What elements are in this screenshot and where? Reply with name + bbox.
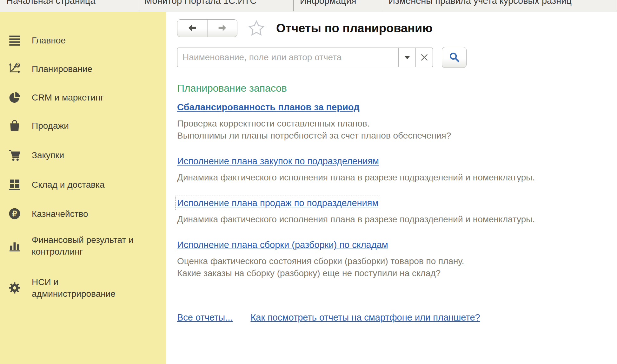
tab-currency-rules-news[interactable]: Изменены правила учета курсовых разниц (382, 0, 617, 11)
report-entry-assembly-plan-execution: Исполнение плана сборки (разборки) по ск… (177, 239, 617, 279)
report-link-balance-of-plans[interactable]: Сбалансированность планов за период (177, 102, 360, 113)
bar-chart-icon (8, 239, 21, 252)
sections-sidebar: Главное₽ПланированиеCRM и маркетингПрода… (0, 12, 166, 364)
header-row: Отчеты по планированию (177, 19, 617, 37)
x-mark-icon (421, 54, 428, 61)
menu-icon (8, 34, 21, 47)
report-entry-purchase-plan-execution: Исполнение плана закупок по подразделени… (177, 156, 617, 184)
sidebar-item-label: CRM и маркетинг (32, 92, 104, 103)
all-reports-link[interactable]: Все отчеты... (177, 312, 233, 323)
svg-text:₽: ₽ (12, 210, 17, 218)
sidebar-item-label: Склад и доставка (32, 179, 105, 191)
tab-label: Изменены правила учета курсовых разниц (388, 0, 572, 6)
arrow-left-icon (187, 23, 198, 34)
sidebar-item-planning[interactable]: ₽Планирование (8, 62, 157, 75)
sidebar-item-sales[interactable]: Продажи (8, 119, 157, 132)
tab-its-portal-monitor[interactable]: Монитор Портала 1С:ИТС (138, 0, 294, 11)
report-description-line: Динамика фактического исполнения плана в… (177, 172, 606, 184)
sidebar-item-label: НСИ и администрирование (32, 276, 138, 300)
sidebar-item-label: Финансовый результат и контроллинг (32, 234, 138, 257)
forward-button[interactable] (208, 20, 237, 37)
report-description-line: Какие заказы на сборку (разборку) еще не… (177, 267, 606, 279)
sidebar-item-main[interactable]: Главное (8, 34, 157, 47)
tab-label: Начальная страница (6, 0, 96, 6)
back-button[interactable] (177, 20, 208, 37)
section-title: Планирование запасов (177, 82, 617, 94)
sidebar-item-label: Продажи (32, 120, 69, 132)
cart-icon (8, 149, 21, 161)
sidebar-item-financial-result[interactable]: Финансовый результат и контроллинг (8, 234, 157, 257)
sidebar-item-crm-marketing[interactable]: CRM и маркетинг (8, 91, 157, 104)
svg-text:₽: ₽ (16, 63, 19, 68)
tab-information[interactable]: Информация (294, 0, 382, 11)
search-dropdown-button[interactable] (398, 48, 415, 67)
report-description-line: Оценка фактического состояния сборки (ра… (177, 255, 606, 267)
tab-label: Информация (300, 0, 356, 6)
tab-home-page[interactable]: Начальная страница (0, 0, 138, 11)
history-nav-group (177, 19, 237, 37)
magnifier-icon (448, 51, 460, 64)
sidebar-item-label: Казначейство (32, 208, 88, 220)
report-entry-balance-of-plans: Сбалансированность планов за периодПрове… (177, 102, 617, 142)
favorite-star-icon[interactable] (247, 19, 266, 38)
reports-list: Сбалансированность планов за периодПрове… (177, 102, 617, 279)
report-description-line: Динамика фактического исполнения плана в… (177, 213, 606, 225)
search-row (177, 48, 617, 67)
sidebar-item-label: Закупки (32, 149, 64, 161)
report-description: Проверка корректности составленных плано… (177, 118, 606, 142)
footer-links: Все отчеты... Как посмотреть отчеты на с… (177, 312, 617, 323)
search-input[interactable] (177, 48, 398, 67)
sidebar-item-warehouse-delivery[interactable]: Склад и доставка (8, 178, 157, 191)
report-description: Динамика фактического исполнения плана в… (177, 213, 606, 225)
shopping-bag-icon (8, 119, 21, 132)
sidebar-item-purchases[interactable]: Закупки (8, 149, 157, 161)
planning-chart-icon: ₽ (8, 62, 21, 75)
report-link-assembly-plan-execution[interactable]: Исполнение плана сборки (разборки) по ск… (177, 239, 388, 250)
caret-down-icon (404, 56, 410, 59)
report-entry-sales-plan-execution: Исполнение плана продаж по подразделения… (177, 198, 617, 225)
search-button[interactable] (442, 47, 467, 68)
main-panel: Отчеты по планированию Планирование запа… (167, 12, 617, 364)
report-description: Динамика фактического исполнения плана в… (177, 172, 606, 184)
pie-chart-icon (8, 91, 21, 104)
page-title: Отчеты по планированию (276, 22, 433, 35)
report-description-line: Проверка корректности составленных плано… (177, 118, 606, 130)
tab-bar: Начальная страницаМонитор Портала 1С:ИТС… (0, 0, 617, 11)
sidebar-item-nsi-administration[interactable]: НСИ и администрирование (8, 276, 157, 300)
tab-label: Монитор Портала 1С:ИТС (144, 0, 256, 6)
gear-icon (8, 282, 21, 294)
report-description-line: Выполнимы ли планы потребностей за счет … (177, 130, 606, 142)
mobile-help-link[interactable]: Как посмотреть отчеты на смартфоне или п… (250, 312, 480, 323)
ruble-coin-icon: ₽ (8, 207, 21, 220)
sidebar-item-label: Планирование (32, 63, 92, 75)
sidebar-item-treasury[interactable]: ₽Казначейство (8, 207, 157, 220)
search-clear-button[interactable] (415, 48, 433, 67)
app-window: Начальная страницаМонитор Портала 1С:ИТС… (0, 0, 617, 364)
sidebar-item-label: Главное (32, 35, 66, 46)
report-link-purchase-plan-execution[interactable]: Исполнение плана закупок по подразделени… (177, 156, 379, 166)
report-search-box (177, 48, 433, 67)
report-link-sales-plan-execution[interactable]: Исполнение плана продаж по подразделения… (177, 198, 378, 208)
warehouse-icon (8, 178, 21, 191)
report-description: Оценка фактического состояния сборки (ра… (177, 255, 606, 279)
arrow-right-icon (217, 23, 228, 34)
